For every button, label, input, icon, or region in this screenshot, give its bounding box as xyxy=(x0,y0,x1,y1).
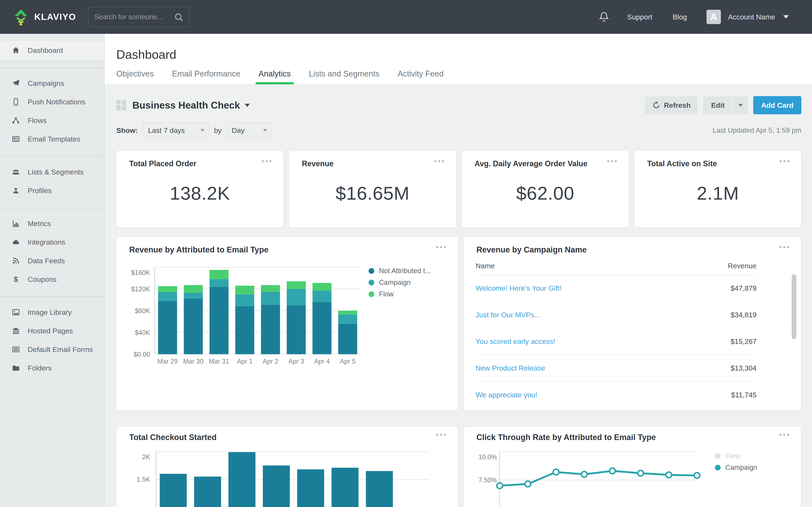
sidebar-item-coupons[interactable]: $ Coupons xyxy=(0,270,104,289)
refresh-button[interactable]: Refresh xyxy=(645,96,698,114)
select-caret-icon xyxy=(200,129,205,132)
sidebar-item-integrations[interactable]: Integrations xyxy=(0,233,104,251)
campaign-table: Name Revenue Welcome! Here’s Your Gift! … xyxy=(475,257,757,408)
board-header-row: Business Health Check Refresh Edit xyxy=(116,96,801,115)
svg-text:Mar 29: Mar 29 xyxy=(157,358,177,365)
card-menu-icon[interactable] xyxy=(780,160,790,162)
card-menu-icon[interactable] xyxy=(607,160,617,162)
campaign-revenue: $11,745 xyxy=(731,391,757,399)
legend-dot xyxy=(715,453,721,459)
sidebar-item-default-email-forms[interactable]: Default Email Forms xyxy=(0,340,104,359)
account-name[interactable]: Account Name xyxy=(728,13,775,21)
card-menu-icon[interactable] xyxy=(779,246,789,248)
svg-text:10.0%: 10.0% xyxy=(478,453,497,461)
tab-lists-and-segments[interactable]: Lists and Segments xyxy=(306,69,383,84)
table-scrollbar[interactable] xyxy=(792,274,796,339)
board-title-caret-icon[interactable] xyxy=(245,104,250,107)
people-icon xyxy=(12,168,20,176)
sidebar-divider xyxy=(0,156,104,157)
sidebar: Dashboard Campaigns Push Notifications F… xyxy=(0,34,105,507)
sidebar-divider xyxy=(0,208,104,208)
campaign-revenue: $15,267 xyxy=(730,337,757,346)
sidebar-item-image-library[interactable]: Image Library xyxy=(0,303,104,322)
sidebar-item-lists-segments[interactable]: Lists & Segments xyxy=(0,163,104,181)
select-caret-icon xyxy=(263,129,267,132)
campaign-link[interactable]: You scored early access! xyxy=(475,337,555,346)
klaviyo-logo[interactable]: KLAVIYO xyxy=(13,8,76,25)
klaviyo-mark-icon xyxy=(13,8,29,25)
show-label: Show: xyxy=(116,126,138,134)
sidebar-item-metrics[interactable]: Metrics xyxy=(0,214,104,233)
campaign-link[interactable]: We appreciate you! xyxy=(475,391,537,399)
interval-select[interactable]: Day xyxy=(226,123,272,138)
legend-item-flow[interactable]: Flow xyxy=(368,290,431,298)
stacked-bar-chart: $160K$120K$80K$40K$0.00Mar 29Mar 30Mar 3… xyxy=(116,237,458,410)
svg-text:Mar 31: Mar 31 xyxy=(209,358,229,365)
sidebar-item-label: Flows xyxy=(28,116,47,125)
card-menu-icon[interactable] xyxy=(262,160,271,162)
nav-link-blog[interactable]: Blog xyxy=(673,13,687,21)
table-row: New Product Release $13,304 xyxy=(475,355,757,382)
person-icon xyxy=(12,186,20,195)
edit-button[interactable]: Edit xyxy=(703,96,733,114)
show-controls-row: Show: Last 7 days by Day Last Updated Ap… xyxy=(116,123,801,138)
legend-label: Flow xyxy=(725,452,740,460)
sidebar-item-label: Folders xyxy=(28,364,52,372)
sidebar-item-folders[interactable]: Folders xyxy=(0,359,104,377)
sidebar-item-campaigns[interactable]: Campaigns xyxy=(0,74,104,93)
tab-activity-feed[interactable]: Activity Feed xyxy=(395,69,447,84)
stat-card-total-placed-order: Total Placed Order 138.2K xyxy=(116,151,284,228)
sidebar-item-label: Hosted Pages xyxy=(28,327,73,335)
tab-analytics[interactable]: Analytics xyxy=(256,69,294,84)
date-range-select[interactable]: Last 7 days xyxy=(143,123,209,138)
newspaper-icon xyxy=(12,135,20,143)
sidebar-divider xyxy=(0,297,104,297)
cloud-icon xyxy=(12,238,20,246)
add-card-button[interactable]: Add Card xyxy=(753,96,801,114)
stat-card-value: 138.2K xyxy=(116,182,283,204)
sidebar-divider xyxy=(0,68,104,68)
svg-text:$0.00: $0.00 xyxy=(134,351,150,358)
sidebar-item-hosted-pages[interactable]: Hosted Pages xyxy=(0,322,104,340)
tab-email-performance[interactable]: Email Performance xyxy=(169,69,243,84)
campaign-link[interactable]: Just for Our MVPs... xyxy=(475,311,540,319)
edit-dropdown-button[interactable] xyxy=(733,96,748,114)
legend-item-campaign[interactable]: Campaign xyxy=(715,463,757,471)
sidebar-item-profiles[interactable]: Profiles xyxy=(0,181,104,200)
sidebar-item-dashboard[interactable]: Dashboard xyxy=(0,41,104,60)
sidebar-item-flows[interactable]: Flows xyxy=(0,111,104,130)
card-menu-icon[interactable] xyxy=(434,160,444,162)
card-menu-icon[interactable] xyxy=(436,434,446,436)
campaign-link[interactable]: Welcome! Here’s Your Gift! xyxy=(475,284,562,292)
sidebar-item-email-templates[interactable]: Email Templates xyxy=(0,130,104,148)
sidebar-item-push-notifications[interactable]: Push Notifications xyxy=(0,93,104,111)
edit-button-group: Edit xyxy=(703,96,748,114)
chart-title: Click Through Rate by Attributed to Emai… xyxy=(476,433,656,442)
sidebar-item-data-feeds[interactable]: Data Feeds xyxy=(0,251,104,270)
legend-item-not-attributed[interactable]: Not Attributed t... xyxy=(368,267,431,275)
stat-card-total-active-on-site: Total Active on Site 2.1M xyxy=(635,151,802,228)
tab-objectives[interactable]: Objectives xyxy=(113,69,157,84)
chart-card-total-checkout-started: 2K1.5K Total Checkout Started xyxy=(116,427,458,507)
legend-item-flow-disabled[interactable]: Flow xyxy=(715,452,757,460)
account-menu-caret-icon[interactable] xyxy=(783,15,789,18)
table-card-revenue-by-campaign: Revenue by Campaign Name Name Revenue We… xyxy=(463,237,801,411)
svg-text:$160K: $160K xyxy=(131,269,150,276)
legend-item-campaign[interactable]: Campaign xyxy=(368,278,431,286)
nav-link-support[interactable]: Support xyxy=(627,13,652,21)
search-icon[interactable] xyxy=(174,12,184,22)
flow-icon xyxy=(12,116,20,125)
campaign-link[interactable]: New Product Release xyxy=(475,364,545,372)
sidebar-item-label: Profiles xyxy=(28,186,52,195)
stat-card-avg-daily-aov: Avg. Daily Average Order Value $62.00 xyxy=(462,151,629,228)
card-menu-icon[interactable] xyxy=(779,434,789,436)
sidebar-item-label: Push Notifications xyxy=(28,98,85,106)
table-header-row: Name Revenue xyxy=(475,257,757,275)
svg-text:7.50%: 7.50% xyxy=(478,476,497,484)
card-menu-icon[interactable] xyxy=(436,246,446,248)
account-avatar[interactable]: A xyxy=(707,10,721,24)
board-title[interactable]: Business Health Check xyxy=(133,100,240,111)
nav-right: Support Blog A Account Name xyxy=(598,10,812,24)
notifications-bell-icon[interactable] xyxy=(598,11,610,23)
chart-title: Total Checkout Started xyxy=(129,433,216,442)
